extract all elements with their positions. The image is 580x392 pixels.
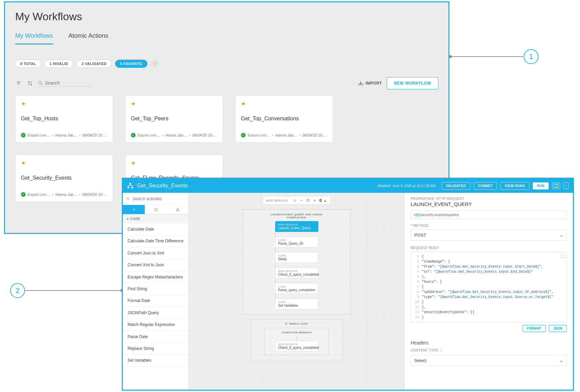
status-text: Export com… bbox=[138, 133, 160, 137]
import-button[interactable]: IMPORT bbox=[358, 81, 382, 86]
format-button[interactable]: FORMAT bbox=[523, 325, 546, 332]
method-value: POST bbox=[414, 233, 426, 238]
tab-my-workflows[interactable]: My Workflows bbox=[15, 32, 53, 44]
code-line: 3 "from": "[$workflow.Get_Security_Event… bbox=[413, 264, 564, 269]
activity-item[interactable]: Replace String bbox=[123, 343, 189, 355]
code-line: 5 }, bbox=[413, 274, 564, 279]
workflow-node[interactable]: WEB SERVICECheck_if_query_completed bbox=[275, 268, 318, 278]
callout-1-leader-dot bbox=[449, 55, 452, 58]
chevron-down-icon: ⌄ bbox=[559, 358, 563, 363]
svg-point-3 bbox=[39, 81, 42, 84]
commit-button[interactable]: COMMIT bbox=[474, 182, 497, 190]
workflow-card[interactable]: ★Get_Top_Peers✓Export com…•Hanna Jab…•06… bbox=[125, 95, 223, 143]
url-box[interactable]: id$]/security-events/queries bbox=[411, 210, 567, 219]
svg-rect-0 bbox=[17, 82, 21, 82]
workflow-node[interactable]: WEB SERVICELaunch_Event_Query bbox=[275, 221, 318, 232]
view-runs-button[interactable]: VIEW RUNS bbox=[500, 182, 529, 190]
workflow-node[interactable]: WEB SERVICE Check_if_query_completed bbox=[275, 341, 318, 352]
activity-item[interactable]: Calculate Date Time Difference bbox=[123, 235, 189, 247]
zoom-in-icon[interactable]: + bbox=[313, 198, 316, 203]
method-select[interactable]: POST ⌄ bbox=[411, 230, 567, 241]
status-text: Export com… bbox=[28, 192, 50, 197]
filter-icon[interactable] bbox=[15, 80, 22, 87]
callout-2: 2 bbox=[10, 283, 25, 298]
validated-button[interactable]: VALIDATED bbox=[442, 182, 470, 190]
zoom-fit-icon[interactable] bbox=[306, 199, 310, 203]
star-icon[interactable]: ★ bbox=[131, 100, 217, 107]
star-icon[interactable]: ★ bbox=[131, 160, 217, 166]
workflow-node[interactable]: COREParse_Query_ID bbox=[275, 237, 318, 247]
workflow-card[interactable]: ★Get_Top_Hosts✓Export com…•Hanna Jab…•06… bbox=[15, 95, 113, 143]
tab-atomic-actions[interactable]: Atomic Actions bbox=[68, 32, 108, 44]
zoom-out-icon[interactable]: − bbox=[300, 198, 303, 203]
mini-tab-activities[interactable] bbox=[123, 205, 145, 214]
node-type: WEB SERVICE bbox=[278, 223, 315, 226]
tree-icon bbox=[176, 208, 180, 212]
workflow-node[interactable]: CORESet Variables bbox=[275, 299, 318, 309]
mini-tab-tree[interactable] bbox=[167, 205, 189, 214]
activity-item[interactable]: Calculate Date bbox=[123, 223, 189, 235]
properties-title: LAUNCH_EVENT_QUERY bbox=[411, 201, 567, 207]
activity-item[interactable]: Match Regular Expression bbox=[123, 319, 189, 331]
node-name: Launch_Event_Query bbox=[278, 226, 315, 230]
chevron-right-icon[interactable]: › bbox=[563, 182, 569, 189]
workflow-canvas[interactable]: WEB SERVICE ⊕ − + 0 ▲ LAUNCH EVENT QUERY… bbox=[189, 193, 404, 390]
star-icon[interactable]: ★ bbox=[21, 160, 107, 166]
sort-icon[interactable] bbox=[27, 80, 33, 87]
canvas-type-label: WEB SERVICE bbox=[266, 199, 288, 202]
panel-layout-icon[interactable] bbox=[552, 182, 560, 189]
run-button[interactable]: RUN bbox=[533, 182, 549, 189]
json-button[interactable]: JSON bbox=[549, 325, 567, 332]
content-type-select[interactable]: Select ⌄ bbox=[411, 355, 567, 366]
star-icon[interactable]: ★ bbox=[241, 100, 327, 107]
workflow-card[interactable]: ★Get_Top_Conversations✓Export com…•Hanna… bbox=[235, 95, 333, 143]
mini-tab-logic[interactable] bbox=[145, 205, 167, 214]
pill-favorite[interactable]: 5 FAVORITE bbox=[115, 60, 147, 68]
code-line: 4 "to": "[$workflow.Get_Security_Events.… bbox=[413, 269, 564, 274]
activity-item[interactable]: Set Variables bbox=[123, 355, 189, 366]
activities-list[interactable]: Calculate DateCalculate Date Time Differ… bbox=[123, 223, 189, 390]
import-icon bbox=[358, 81, 363, 86]
page-title: My Workflows bbox=[15, 10, 438, 23]
search-icon bbox=[38, 81, 43, 85]
activities-search-input[interactable] bbox=[133, 197, 185, 201]
fullscreen-icon[interactable]: ⛶ bbox=[561, 254, 564, 259]
code-line: 12 "securityEventTypeIds": [] bbox=[413, 310, 564, 315]
while-loop-block[interactable]: ↻WHILE LOOP CONDITION BRANCH WEB SERVICE… bbox=[251, 319, 342, 360]
condition-branch-label: CONDITION BRANCH bbox=[282, 331, 311, 334]
activity-item[interactable]: Parse Date bbox=[123, 331, 189, 343]
svg-rect-8 bbox=[554, 184, 558, 188]
workflow-node[interactable]: CORESleep bbox=[275, 252, 318, 263]
activity-item[interactable]: JSONPath Query bbox=[123, 307, 189, 319]
pill-invalid[interactable]: 1 INVALID bbox=[45, 60, 73, 68]
status-text: Export com… bbox=[248, 133, 270, 137]
activity-item[interactable]: Find String bbox=[123, 283, 189, 295]
category-header[interactable]: ▾CORE bbox=[123, 214, 189, 223]
activities-mini-tabs bbox=[123, 205, 189, 214]
workflow-node[interactable]: COREParse_query_completion bbox=[275, 283, 318, 294]
info-icon[interactable]: ⓘ bbox=[439, 349, 443, 352]
node-type: CORE bbox=[278, 254, 315, 257]
workflow-card-meta: ✓Export com…•Hanna Jab…•06/04/20 10:… bbox=[241, 133, 327, 138]
condition-branch-block[interactable]: CONDITION BRANCH WEB SERVICE Check_if_qu… bbox=[265, 328, 329, 355]
pill-validated[interactable]: 2 VALIDATED bbox=[77, 60, 112, 68]
pill-total[interactable]: 8 TOTAL bbox=[15, 60, 41, 68]
node-name: Set Variables bbox=[278, 304, 315, 307]
new-workflow-button[interactable]: NEW WORKFLOW bbox=[387, 77, 438, 89]
activity-item[interactable]: Escape Regex Metacharacters bbox=[123, 271, 189, 283]
warning-icon[interactable]: 0 ▲ bbox=[320, 198, 328, 203]
node-type: CORE bbox=[278, 285, 315, 288]
activity-item[interactable]: Convert Json to Xml bbox=[123, 247, 189, 259]
author-text: Hanna Jab… bbox=[56, 133, 77, 137]
node-type: CORE bbox=[278, 301, 315, 304]
workflow-card[interactable]: ★Get_Security_Events✓Export com…•Hanna J… bbox=[15, 155, 113, 202]
reset-zoom-icon[interactable]: ⊕ bbox=[293, 198, 297, 203]
search-input[interactable] bbox=[45, 80, 92, 86]
activity-item[interactable]: Convert Xml to Json bbox=[123, 259, 189, 271]
search-wrap bbox=[38, 80, 92, 87]
refresh-icon[interactable] bbox=[151, 60, 159, 68]
star-icon[interactable]: ★ bbox=[21, 100, 107, 107]
request-body-label: REQUEST BODY bbox=[411, 246, 567, 250]
request-body-editor[interactable]: ⛶ 1{2 "timeRange": {3 "from": "[$workflo… bbox=[411, 252, 567, 322]
activity-item[interactable]: Format Date bbox=[123, 295, 189, 307]
